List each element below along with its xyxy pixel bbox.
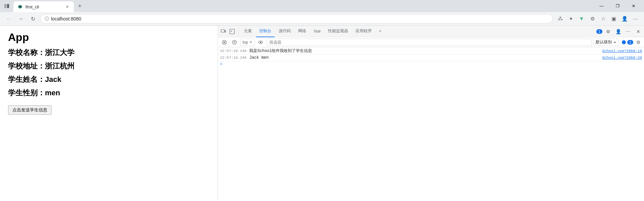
filter-icon	[232, 40, 237, 45]
student-gender: 学生性别：men	[8, 88, 210, 98]
tab-performance[interactable]: 性能监视器	[325, 26, 352, 37]
page-content: App 学校名称：浙江大学 学校地址：浙江杭州 学生姓名：Jack 学生性别：m…	[0, 26, 218, 201]
refresh-button[interactable]: ↻	[28, 14, 38, 23]
collections-button[interactable]: ▣	[609, 14, 619, 23]
console-filter-input[interactable]	[266, 39, 592, 46]
more-button[interactable]: ⋯	[631, 14, 640, 23]
tab-favicon	[17, 4, 23, 9]
eye-icon	[258, 40, 263, 45]
new-tab-button[interactable]: +	[75, 1, 85, 11]
tab-close-button[interactable]: ✕	[64, 4, 70, 9]
log-source-2[interactable]: School.vue?26b0:20	[602, 56, 642, 60]
devtools-badge: 1	[596, 29, 602, 34]
nav-right-icons: ⁂ ✦ ▼ ⚙ ☆ ▣ 👤 ⋯	[555, 14, 640, 23]
close-button[interactable]: ✕	[626, 1, 641, 11]
console-settings-icon[interactable]: ⚙	[635, 39, 642, 46]
console-eye-button[interactable]	[256, 39, 265, 46]
tab-network[interactable]: 网络	[295, 26, 310, 37]
log-timestamp-1: 22:57:10.246	[220, 49, 247, 53]
devtools-close-icon[interactable]: ✕	[634, 27, 643, 36]
log-source-1[interactable]: School.vue?26b0:19	[602, 49, 642, 53]
level-label: 默认级别	[596, 39, 612, 45]
minimize-button[interactable]: —	[594, 1, 609, 11]
devtools-panel: 元素 控制台 源代码 网络 Vue 性能监视器 应用程序 + 1 ⚙ 👤 ⋯ ✕	[218, 26, 644, 201]
app-title: App	[8, 31, 210, 44]
extensions-button[interactable]: ⚙	[588, 14, 597, 23]
address-text: localhost:8080	[51, 16, 548, 21]
profile-button[interactable]: 👤	[620, 14, 629, 23]
back-button[interactable]: ←	[4, 14, 13, 23]
vue-devtools-button[interactable]: ▼	[577, 14, 586, 23]
tab-console[interactable]: 控制台	[256, 26, 275, 37]
devtools-tab-bar: 元素 控制台 源代码 网络 Vue 性能监视器 应用程序 + 1 ⚙ 👤 ⋯ ✕	[218, 26, 644, 37]
forward-button[interactable]: →	[16, 14, 25, 23]
tab-application[interactable]: 应用程序	[352, 26, 375, 37]
nav-bar: ← → ↻ ⓘ localhost:8080 ⁂ ✦ ▼ ⚙ ☆ ▣ 👤 ⋯	[0, 12, 644, 26]
inspect-icon[interactable]	[228, 28, 236, 36]
log-message-2: Jack men	[249, 55, 599, 60]
svg-rect-6	[230, 29, 234, 34]
device-toggle-icon[interactable]	[219, 28, 227, 36]
svg-rect-0	[4, 4, 6, 8]
address-bar[interactable]: ⓘ localhost:8080	[40, 14, 553, 23]
tab-title: first_cli	[25, 4, 62, 9]
browser-chrome: first_cli ✕ + — ❐ ✕ ← → ↻ ⓘ localhost:80…	[0, 0, 644, 26]
svg-rect-1	[7, 4, 9, 8]
school-name: 学校名称：浙江大学	[8, 48, 210, 58]
console-filter-toggle-button[interactable]	[230, 39, 239, 46]
console-badge-group: 1	[622, 40, 633, 45]
console-toolbar: top 默认级别	[218, 37, 644, 47]
reader-mode-button[interactable]: ⁂	[555, 14, 565, 23]
console-top-selector[interactable]: top	[240, 39, 255, 46]
console-log-line: 22:57:10.246 我是School组件我收到了学生信息 School.v…	[218, 47, 644, 55]
favorites-button[interactable]: ☆	[598, 14, 608, 23]
level-dropdown-icon	[613, 41, 616, 44]
devtools-more-icon[interactable]: ⋯	[624, 27, 633, 36]
log-message-1: 我是School组件我收到了学生信息	[249, 48, 599, 54]
student-name: 学生姓名：Jack	[8, 74, 210, 85]
log-timestamp-2: 22:57:10.246	[220, 56, 247, 60]
tab-add[interactable]: +	[376, 26, 385, 37]
browser-tab-active[interactable]: first_cli ✕	[13, 1, 74, 12]
svg-rect-5	[225, 30, 226, 32]
window-controls-left	[3, 2, 11, 10]
tab-source[interactable]: 源代码	[275, 26, 294, 37]
svg-rect-4	[221, 30, 224, 32]
sidebar-toggle-button[interactable]	[3, 2, 11, 10]
tab-elements[interactable]: 元素	[240, 26, 255, 37]
window-controls-right: — ❐ ✕	[594, 1, 641, 11]
top-dropdown-icon	[249, 41, 253, 44]
address-info-icon: ⓘ	[45, 16, 49, 22]
tab-separator	[238, 28, 238, 35]
console-output: 22:57:10.246 我是School组件我收到了学生信息 School.v…	[218, 47, 644, 201]
school-address: 学校地址：浙江杭州	[8, 61, 210, 71]
console-badge-icon	[622, 40, 626, 45]
console-expandable-arrow[interactable]: >	[218, 61, 644, 67]
console-count-badge: 1	[627, 40, 633, 45]
devtools-account-icon[interactable]: 👤	[614, 27, 623, 36]
top-label: top	[243, 40, 248, 45]
devtools-right-icons: 1 ⚙ 👤 ⋯ ✕	[596, 27, 643, 36]
svg-point-15	[260, 42, 261, 43]
console-log-line: 22:57:10.246 Jack men School.vue?26b0:20	[218, 55, 644, 61]
console-clear-button[interactable]	[220, 39, 229, 46]
send-student-info-button[interactable]: 点击发送学生信息	[8, 105, 52, 115]
tab-bar: first_cli ✕ + — ❐ ✕	[0, 0, 644, 12]
tab-vue[interactable]: Vue	[310, 26, 324, 37]
clear-icon	[222, 40, 227, 45]
maximize-button[interactable]: ❐	[610, 1, 625, 11]
console-level-select[interactable]: 默认级别	[593, 39, 619, 46]
devtools-left-icons	[219, 28, 240, 36]
main-area: App 学校名称：浙江大学 学校地址：浙江杭州 学生姓名：Jack 学生性别：m…	[0, 26, 644, 201]
svg-point-16	[622, 40, 626, 44]
devtools-settings-icon[interactable]: ⚙	[604, 27, 612, 36]
enhance-button[interactable]: ✦	[566, 14, 576, 23]
